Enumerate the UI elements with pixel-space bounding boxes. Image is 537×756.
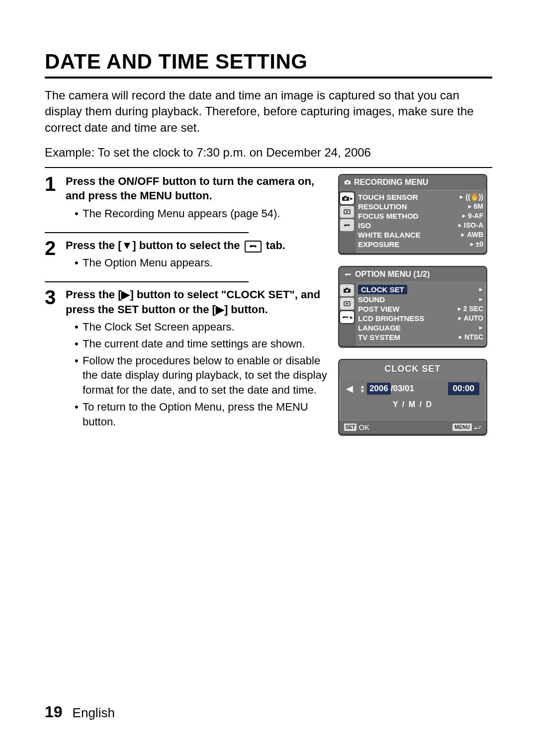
svg-point-6 [344,197,347,200]
page-number: 19 [45,703,63,721]
wrench-icon [344,271,352,277]
tab-playback-icon [340,206,354,218]
divider [45,232,249,233]
menu-label: EXPOSURE [358,240,399,249]
option-menu-title: OPTION MENU (1/2) [355,270,430,279]
tab-camera-icon [340,284,354,296]
menu-label: CLOCK SET [358,285,407,294]
step-2-heading-prefix: Press the [▼] button to select the [66,239,243,252]
clock-set-date-rest: /03/01 [391,384,414,394]
tab-playback-icon [340,298,354,310]
menu-label: MENU [452,423,472,431]
page-language: English [73,705,115,721]
camera-icon [344,179,351,185]
tab-setup-icon [340,219,354,231]
page-title: DATE AND TIME SETTING [45,50,492,79]
step-3: 3 Press the [▶] button to select "CLOCK … [45,287,338,431]
menu-label: TV SYSTEM [358,333,400,341]
clock-set-title: CLOCK SET [339,360,486,380]
svg-marker-8 [346,211,349,213]
step-3-heading: Press the [▶] button to select "CLOCK SE… [66,287,328,317]
page-footer: 19 English [45,703,115,721]
menu-label: SOUND [358,295,385,304]
step-3-bullet: Follow the procedures below to enable or… [75,353,328,398]
menu-value: 9-AF [468,212,483,220]
clock-set-format: Y / M / D [346,400,479,409]
menu-label: WHITE BALANCE [358,231,421,239]
menu-label: POST VIEW [358,305,399,313]
left-arrow-icon: ◀ [346,383,353,394]
tab-setup-icon: ▸ [340,311,354,323]
step-number: 3 [45,287,66,307]
menu-item-touch-sensor: TOUCH SENSOR ▸((🖐)) [358,192,483,202]
set-ok-badge: SET OK [344,423,369,431]
menu-label: TOUCH SENSOR [358,193,418,201]
step-3-bullet: The Clock Set Screen appears. [75,320,328,335]
menu-value: 6M [474,202,483,210]
svg-point-11 [346,289,349,292]
svg-rect-5 [344,196,347,197]
menu-item-lcd-brightness: LCD BRIGHTNESS ▸AUTO [358,314,483,323]
svg-rect-2 [346,180,348,181]
step-1: 1 Press the ON/OFF button to turn the ca… [45,174,338,223]
intro-paragraph: The camera will record the date and time… [45,87,492,136]
svg-point-3 [347,181,349,183]
menu-item-language: LANGUAGE ▸ [358,323,483,333]
menu-label: LCD BRIGHTNESS [358,314,424,323]
menu-label: LANGUAGE [358,324,401,332]
step-2-heading: Press the [▼] button to select the c tab… [66,238,328,253]
svg-text:c: c [255,245,257,248]
menu-value: 2 SEC [463,305,483,313]
clock-set-year: 2006 [367,383,391,395]
menu-item-exposure: EXPOSURE ▸±0 [358,240,483,249]
menu-item-clock-set: CLOCK SET ▸ [358,284,483,295]
menu-item-tv-system: TV SYSTEM ▸NTSC [358,333,483,342]
menu-value: AUTO [464,314,483,322]
clock-set-screenshot: CLOCK SET ◀ ▲▼ 2006/03/01 00:00 Y / M / … [338,359,487,435]
menu-value: ±0 [476,240,483,248]
step-3-bullet: To return to the Option Menu, press the … [75,400,328,429]
wrench-tab-icon: c [245,241,262,252]
menu-item-sound: SOUND ▸ [358,295,483,304]
menu-label: FOCUS METHOD [358,212,419,220]
recording-menu-screenshot: RECORDING MENU ▸ TOUCH SENSOR ▸((🖐)) RES… [338,174,487,254]
menu-label: ISO [358,221,371,230]
option-menu-screenshot: OPTION MENU (1/2) ▸ CLOCK SET ▸ SOUND ▸ [338,266,487,347]
divider [45,281,249,282]
step-2-heading-suffix: tab. [263,239,285,252]
menu-label: RESOLUTION [358,202,407,211]
step-number: 2 [45,238,66,258]
sensor-icon: ((🖐)) [465,193,483,201]
menu-item-resolution: RESOLUTION ▸6M [358,202,483,211]
step-number: 1 [45,174,66,194]
svg-rect-10 [346,288,348,289]
menu-return-badge: MENU ⮐ [452,423,481,431]
clock-set-date: ▲▼ 2006/03/01 [358,383,443,395]
menu-value: NTSC [464,333,483,341]
step-3-bullet: The current date and time settings are s… [75,336,328,351]
menu-value: ISO-A [464,221,483,229]
return-icon: ⮐ [474,423,481,431]
menu-item-iso: ISO ▸ISO-A [358,221,483,230]
tab-camera-icon: ▸ [340,192,354,204]
ok-label: OK [358,423,369,431]
menu-value: AWB [467,231,483,239]
menu-item-focus-method: FOCUS METHOD ▸9-AF [358,211,483,221]
step-2-bullet: The Option Menu appears. [75,255,328,270]
divider [45,167,492,168]
step-1-bullet: The Recording Menu appears (page 54). [75,206,328,221]
recording-menu-title: RECORDING MENU [354,178,428,187]
svg-marker-13 [346,303,349,305]
example-line: Example: To set the clock to 7:30 p.m. o… [45,145,492,161]
menu-item-white-balance: WHITE BALANCE ▸AWB [358,230,483,240]
menu-item-post-view: POST VIEW ▸2 SEC [358,304,483,314]
step-1-heading: Press the ON/OFF button to turn the came… [66,174,328,203]
updown-icon: ▲▼ [360,384,365,393]
set-label: SET [344,423,357,431]
step-2: 2 Press the [▼] button to select the c t… [45,238,338,272]
clock-set-time: 00:00 [448,382,479,395]
